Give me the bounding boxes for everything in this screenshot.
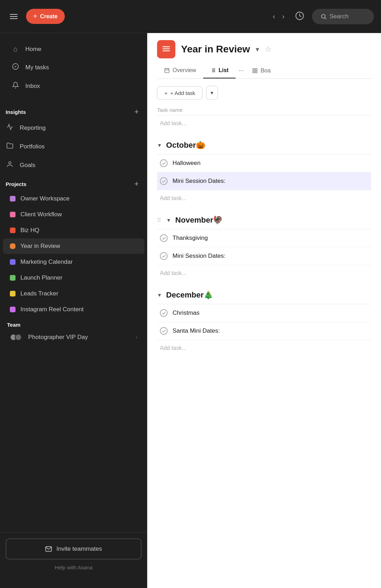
project-dot-marketing-calendar (10, 259, 15, 265)
halloween-check[interactable] (160, 159, 168, 167)
tab-list[interactable]: List (203, 63, 236, 78)
santa-mini-dates-check[interactable] (160, 327, 168, 335)
sidebar-home-label: Home (25, 46, 41, 53)
task-christmas[interactable]: Christmas (157, 304, 371, 322)
insights-add-button[interactable]: + (131, 107, 142, 117)
svg-rect-21 (253, 71, 255, 73)
november-title: November🦃 (175, 216, 223, 225)
svg-line-2 (325, 18, 326, 19)
forward-button[interactable]: › (279, 10, 287, 23)
section-november-header[interactable]: ⠿ ▼ November🦃 (157, 209, 371, 229)
insights-items: Reporting Portfolios Goals (0, 119, 147, 174)
invite-label: Invite teammates (56, 545, 102, 552)
sidebar: ⌂ Home My tasks (0, 33, 147, 588)
santa-mini-dates-label: Santa Mini Dates: (173, 327, 220, 334)
team-item-label: Photographer VIP Day (28, 334, 88, 341)
portfolios-label: Portfolios (20, 143, 45, 150)
task-thanksgiving[interactable]: Thanksgiving (157, 229, 371, 247)
section-december: ▼ December🎄 Christmas (157, 284, 371, 356)
sidebar-item-inbox[interactable]: Inbox (6, 77, 142, 95)
november-collapse-icon[interactable]: ▼ (166, 217, 171, 223)
invite-teammates-button[interactable]: Invite teammates (6, 538, 142, 560)
board-icon (252, 68, 258, 74)
add-task-inline-top[interactable]: Add task... (157, 115, 371, 132)
svg-rect-5 (163, 46, 170, 47)
sidebar-item-home[interactable]: ⌂ Home (6, 40, 142, 58)
task-halloween[interactable]: Halloween (157, 154, 371, 172)
team-avatars (10, 334, 22, 341)
add-task-october[interactable]: Add task... (157, 190, 371, 206)
plus-icon: + (33, 12, 37, 20)
main-content: Year in Review ▾ ☆ Overview (147, 33, 381, 588)
sidebar-item-portfolios[interactable]: Portfolios (0, 137, 147, 156)
section-november: ⠿ ▼ November🦃 Thanksgiving (157, 209, 371, 281)
thanksgiving-check[interactable] (160, 234, 168, 242)
add-task-label: + Add task (170, 90, 195, 96)
sidebar-item-reporting[interactable]: Reporting (0, 119, 147, 137)
section-december-header[interactable]: ▼ December🎄 (157, 284, 371, 304)
projects-add-button[interactable]: + (131, 179, 142, 189)
history-button[interactable] (293, 9, 306, 24)
sidebar-item-goals[interactable]: Goals (0, 156, 147, 174)
add-task-button[interactable]: + + Add task (157, 86, 202, 100)
project-dropdown-icon[interactable]: ▾ (256, 45, 259, 53)
hamburger-button[interactable] (7, 11, 20, 22)
help-link[interactable]: Help with Asana (6, 560, 142, 575)
task-santa-mini-dates[interactable]: Santa Mini Dates: (157, 322, 371, 340)
create-label: Create (40, 13, 58, 20)
svg-rect-7 (163, 51, 170, 51)
back-button[interactable]: ‹ (270, 10, 278, 23)
halloween-label: Halloween (173, 160, 200, 167)
project-star-icon[interactable]: ☆ (265, 45, 272, 54)
tab-more-button[interactable]: ··· (236, 63, 246, 78)
task-name-header: Task name (157, 103, 371, 115)
create-button[interactable]: + Create (26, 9, 65, 24)
project-item-leads-tracker[interactable]: Leads Tracker (3, 286, 144, 301)
goals-icon (6, 161, 14, 170)
svg-point-1 (321, 14, 325, 18)
project-dot-biz-hq (10, 228, 15, 233)
add-task-december[interactable]: Add task... (157, 340, 371, 356)
project-item-year-in-review[interactable]: Year in Review (3, 238, 144, 254)
add-task-november[interactable]: Add task... (157, 265, 371, 281)
tab-board[interactable]: Boa (246, 63, 276, 78)
project-item-biz-hq[interactable]: Biz HQ (3, 223, 144, 238)
add-task-dropdown-button[interactable]: ▾ (206, 86, 218, 100)
section-october-header[interactable]: ▼ October🎃 (157, 134, 371, 154)
mini-session-oct-check[interactable] (160, 177, 168, 185)
svg-rect-6 (163, 49, 170, 49)
project-item-owner-workspace[interactable]: Owner Workspace (3, 191, 144, 206)
nav-arrows: ‹ › (270, 10, 287, 23)
project-dot-owner-workspace (10, 196, 15, 202)
sidebar-navigation: ⌂ Home My tasks (0, 33, 147, 102)
home-icon: ⌂ (11, 45, 20, 53)
mini-session-nov-check[interactable] (160, 252, 168, 260)
svg-point-4 (9, 162, 11, 164)
project-item-launch-planner[interactable]: Launch Planner (3, 270, 144, 286)
sidebar-item-my-tasks[interactable]: My tasks (6, 58, 142, 77)
november-drag-handle[interactable]: ⠿ (157, 217, 161, 224)
svg-rect-8 (165, 68, 169, 72)
task-mini-session-nov[interactable]: Mini Session Dates: (157, 247, 371, 265)
project-item-instagram-reel-content[interactable]: Instagram Reel Content (3, 302, 144, 317)
october-title: October🎃 (166, 141, 205, 150)
project-label-leads-tracker: Leads Tracker (20, 290, 58, 297)
december-collapse-icon[interactable]: ▼ (157, 292, 162, 298)
christmas-check[interactable] (160, 309, 168, 317)
search-label: Search (330, 13, 349, 20)
list-icon (210, 68, 216, 73)
tab-overview[interactable]: Overview (157, 63, 203, 78)
project-label-marketing-calendar: Marketing Calendar (20, 258, 73, 266)
project-dot-instagram-reel-content (10, 307, 15, 312)
task-mini-session-oct[interactable]: Mini Session Dates: (157, 172, 371, 190)
avatar-2 (15, 334, 22, 341)
reporting-icon (6, 123, 14, 132)
svg-rect-19 (255, 69, 257, 70)
search-button[interactable]: Search (312, 9, 374, 24)
project-item-client-workflow[interactable]: Client Workflow (3, 207, 144, 222)
october-collapse-icon[interactable]: ▼ (157, 142, 162, 148)
team-item-photographer-vip-day[interactable]: Photographer VIP Day › (3, 330, 144, 345)
project-item-marketing-calendar[interactable]: Marketing Calendar (3, 254, 144, 270)
team-section: Team (0, 318, 147, 329)
help-label: Help with Asana (55, 564, 93, 570)
